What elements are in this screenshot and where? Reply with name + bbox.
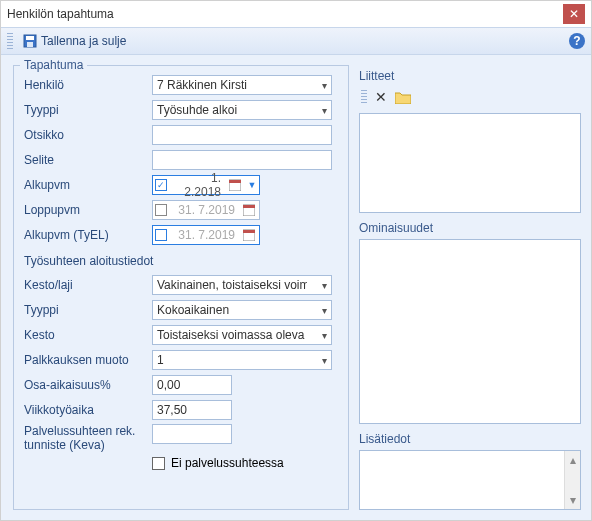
palkkaus-select[interactable]: 1 ▾ [152, 350, 332, 370]
kesto-select[interactable]: Toistaiseksi voimassa oleva ▾ [152, 325, 332, 345]
help-icon: ? [573, 34, 580, 48]
delete-attachment-button[interactable]: ✕ [375, 89, 387, 105]
save-icon [23, 34, 37, 48]
viikko-input[interactable] [152, 400, 232, 420]
chevron-down-icon: ▾ [322, 280, 327, 291]
selite-input[interactable] [152, 150, 332, 170]
properties-list[interactable] [359, 239, 581, 424]
svg-rect-6 [243, 205, 255, 208]
calendar-icon[interactable] [241, 227, 257, 243]
liitteet-label: Liitteet [359, 69, 581, 83]
open-folder-button[interactable] [395, 91, 411, 104]
calendar-icon[interactable] [227, 177, 243, 193]
tyyppi-value: Työsuhde alkoi [157, 103, 237, 117]
keva-input[interactable] [152, 424, 232, 444]
ei-palvelussuhteessa-checkbox[interactable] [152, 457, 165, 470]
toolbar-grip [7, 33, 13, 49]
calendar-icon[interactable] [241, 202, 257, 218]
chevron-down-icon: ▾ [322, 330, 327, 341]
window-title: Henkilön tapahtuma [7, 7, 563, 21]
kesto-laji-label: Kesto/laji [24, 278, 152, 292]
alkupvm-tyel-datepicker[interactable]: ✓ 31. 7.2019 [152, 225, 260, 245]
tyyppi-select[interactable]: Työsuhde alkoi ▾ [152, 100, 332, 120]
chevron-down-icon: ▾ [322, 355, 327, 366]
ei-palvelussuhteessa-label: Ei palvelussuhteessa [171, 456, 284, 470]
checkbox-checked-icon[interactable]: ✓ [155, 179, 167, 191]
selite-label: Selite [24, 153, 152, 167]
osaaika-label: Osa-aikaisuus% [24, 378, 152, 392]
kesto-laji-select[interactable]: Vakinainen, toistaiseksi voimassa ▾ [152, 275, 332, 295]
chevron-down-icon: ▾ [322, 305, 327, 316]
loppupvm-label: Loppupvm [24, 203, 152, 217]
help-button[interactable]: ? [569, 33, 585, 49]
save-and-close-label: Tallenna ja sulje [41, 34, 126, 48]
svg-rect-4 [229, 180, 241, 183]
checkbox-unchecked-icon[interactable]: ✓ [155, 204, 167, 216]
close-button[interactable]: ✕ [563, 4, 585, 24]
aloitus-tyyppi-value: Kokoaikainen [157, 303, 229, 317]
close-icon: ✕ [569, 7, 579, 21]
aloitus-section-title: Työsuhteen aloitustiedot [24, 254, 338, 268]
alkupvm-tyel-label: Alkupvm (TyEL) [24, 228, 152, 242]
svg-rect-1 [26, 36, 34, 40]
alkupvm-value: 1. 2.2018 [171, 171, 223, 199]
chevron-down-icon: ▾ [322, 105, 327, 116]
otsikko-label: Otsikko [24, 128, 152, 142]
alkupvm-tyel-value: 31. 7.2019 [171, 228, 237, 242]
scroll-up-icon[interactable]: ▴ [570, 453, 576, 467]
tapahtuma-group: Tapahtuma Henkilö 7 Räkkinen Kirsti ▾ Ty… [13, 65, 349, 510]
alkupvm-label: Alkupvm [24, 178, 152, 192]
attachments-list[interactable] [359, 113, 581, 213]
chevron-down-icon[interactable]: ▼ [247, 180, 257, 190]
alkupvm-datepicker[interactable]: ✓ 1. 2.2018 ▼ [152, 175, 260, 195]
ominaisuudet-label: Ominaisuudet [359, 221, 581, 235]
scrollbar[interactable]: ▴ ▾ [564, 451, 580, 509]
kesto-laji-value: Vakinainen, toistaiseksi voimassa [157, 278, 307, 292]
otsikko-input[interactable] [152, 125, 332, 145]
lisatiedot-label: Lisätiedot [359, 432, 581, 446]
right-column: Liitteet ✕ Ominaisuudet Lisätiedot ▴ ▾ [359, 65, 581, 510]
palkkaus-value: 1 [157, 353, 164, 367]
dialog-window: Henkilön tapahtuma ✕ Tallenna ja sulje ?… [0, 0, 592, 521]
viikko-label: Viikkotyöaika [24, 403, 152, 417]
left-column: Tapahtuma Henkilö 7 Räkkinen Kirsti ▾ Ty… [11, 65, 351, 510]
keva-label: Palvelussuhteen rek. tunniste (Keva) [24, 424, 152, 452]
osaaika-input[interactable] [152, 375, 232, 395]
henkilo-label: Henkilö [24, 78, 152, 92]
save-and-close-button[interactable]: Tallenna ja sulje [17, 32, 132, 50]
loppupvm-value: 31. 7.2019 [171, 203, 237, 217]
tapahtuma-legend: Tapahtuma [20, 58, 87, 72]
kesto-label: Kesto [24, 328, 152, 342]
checkbox-unchecked-icon[interactable]: ✓ [155, 229, 167, 241]
chevron-down-icon: ▾ [322, 80, 327, 91]
additional-info-box[interactable]: ▴ ▾ [359, 450, 581, 510]
palkkaus-label: Palkkauksen muoto [24, 353, 152, 367]
tyyppi-label: Tyyppi [24, 103, 152, 117]
kesto-value: Toistaiseksi voimassa oleva [157, 328, 304, 342]
aloitus-tyyppi-label: Tyyppi [24, 303, 152, 317]
attachments-toolbar: ✕ [359, 87, 581, 107]
loppupvm-datepicker[interactable]: ✓ 31. 7.2019 [152, 200, 260, 220]
content-area: Tapahtuma Henkilö 7 Räkkinen Kirsti ▾ Ty… [1, 55, 591, 520]
scroll-down-icon[interactable]: ▾ [570, 493, 576, 507]
henkilo-value: 7 Räkkinen Kirsti [157, 78, 247, 92]
svg-rect-2 [27, 42, 33, 47]
toolbar: Tallenna ja sulje ? [1, 27, 591, 55]
titlebar: Henkilön tapahtuma ✕ [1, 1, 591, 27]
toolbar-grip [361, 90, 367, 104]
henkilo-select[interactable]: 7 Räkkinen Kirsti ▾ [152, 75, 332, 95]
aloitus-tyyppi-select[interactable]: Kokoaikainen ▾ [152, 300, 332, 320]
svg-rect-8 [243, 230, 255, 233]
